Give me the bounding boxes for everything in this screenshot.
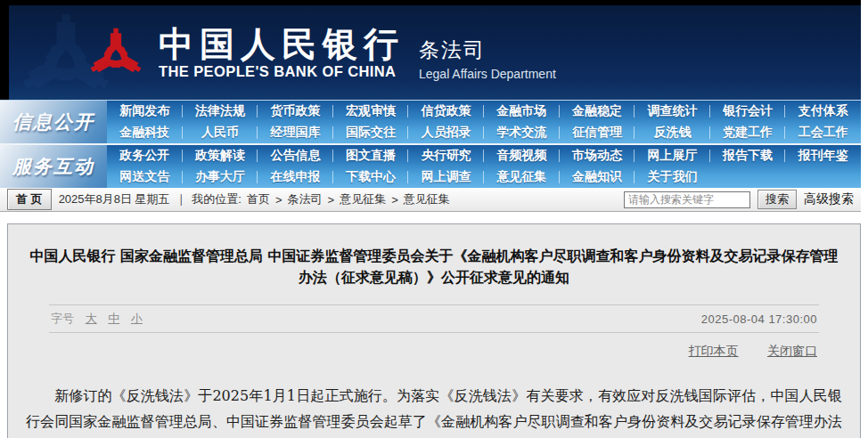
department-block: 条法司 Legal Affairs Department xyxy=(419,24,556,81)
nav-grid-services: 政务公开 政策解读 公告信息 图文直播 央行研究 音频视频 市场动态 网上展厅 … xyxy=(107,145,861,188)
nav-item-survey-statistics[interactable]: 调查统计 xyxy=(635,101,710,122)
nav-item-download-center[interactable]: 下载中心 xyxy=(333,166,409,188)
nav-item-fintech[interactable]: 金融科技 xyxy=(107,122,183,143)
print-page-link[interactable]: 打印本页 xyxy=(689,344,739,358)
crumb-separator: > xyxy=(391,193,398,207)
nav-item-report-download[interactable]: 报告下载 xyxy=(710,145,786,166)
nav-item-market-trends[interactable]: 市场动态 xyxy=(560,145,635,166)
article-paragraph: 新修订的《反洗钱法》于2025年1月1日起正式施行。为落实《反洗钱法》有关要求，… xyxy=(26,383,842,438)
content-gap xyxy=(0,212,861,223)
nav-item-announcements[interactable]: 公告信息 xyxy=(258,145,333,166)
home-button[interactable]: 首 页 xyxy=(7,189,52,210)
nav-item-treasury[interactable]: 经理国库 xyxy=(258,122,333,143)
search-button[interactable]: 搜索 xyxy=(757,190,797,209)
nav-item-party-building[interactable]: 党建工作 xyxy=(710,122,786,143)
font-size-selector: 字号 大 中 小 xyxy=(51,311,143,327)
nav-item-credit-reporting[interactable]: 征信管理 xyxy=(560,122,635,143)
breadcrumb-link-department[interactable]: 条法司 xyxy=(288,191,323,207)
nav-item-empty xyxy=(710,166,786,188)
breadcrumb-link-current[interactable]: 意见征集 xyxy=(404,191,450,207)
nav-item-bank-accounting[interactable]: 银行会计 xyxy=(710,101,786,122)
nav-item-periodicals[interactable]: 报刊年鉴 xyxy=(785,145,861,166)
nav-item-renminbi[interactable]: 人民币 xyxy=(183,122,258,143)
breadcrumb-link-home[interactable]: 首页 xyxy=(247,191,270,207)
nav-item-empty xyxy=(785,166,861,188)
nav-item-monetary-policy[interactable]: 货币政策 xyxy=(258,101,333,122)
crumb-separator: > xyxy=(275,193,283,207)
nav-item-financial-markets[interactable]: 金融市场 xyxy=(484,101,560,122)
pboc-logo-icon xyxy=(86,20,146,85)
department-name-en: Legal Affairs Department xyxy=(419,67,556,81)
nav-item-audio-video[interactable]: 音频视频 xyxy=(484,145,560,166)
breadcrumb-link-section[interactable]: 意见征集 xyxy=(340,191,386,207)
nav-item-policy-interpretation[interactable]: 政策解读 xyxy=(183,145,258,166)
nav-item-online-notices[interactable]: 网送文告 xyxy=(107,166,183,188)
close-window-link[interactable]: 关闭窗口 xyxy=(767,344,817,358)
nav-item-macro-prudential[interactable]: 宏观审慎 xyxy=(333,101,409,122)
nav-item-gov-affairs[interactable]: 政务公开 xyxy=(107,145,183,166)
nav-item-financial-knowledge[interactable]: 金融知识 xyxy=(560,166,635,188)
font-size-small-link[interactable]: 小 xyxy=(131,312,143,325)
search-input[interactable] xyxy=(624,191,750,208)
nav-category-info-disclosure[interactable]: 信息公开 xyxy=(0,101,107,143)
nav-item-academic-exchange[interactable]: 学术交流 xyxy=(484,122,560,143)
publish-timestamp: 2025-08-04 17:30:00 xyxy=(701,312,817,326)
department-name-cn: 条法司 xyxy=(419,36,556,64)
article-title: 中国人民银行 国家金融监督管理总局 中国证券监督管理委员会关于《金融机构客户尽职… xyxy=(8,224,860,297)
nav-item-news[interactable]: 新闻发布 xyxy=(107,101,183,122)
nav-item-online-filing[interactable]: 在线申报 xyxy=(258,166,333,188)
font-size-large-link[interactable]: 大 xyxy=(86,312,97,325)
main-nav: 信息公开 新闻发布 法律法规 货币政策 宏观审慎 信贷政策 金融市场 金融稳定 … xyxy=(0,100,861,188)
search-area: 搜索 高级搜索 xyxy=(624,190,854,209)
nav-item-international[interactable]: 国际交往 xyxy=(333,122,409,143)
divider-glyph: ｜ xyxy=(176,191,187,207)
bank-name-en: THE PEOPLE'S BANK OF CHINA xyxy=(159,63,405,80)
crumb-separator: > xyxy=(328,193,335,207)
nav-item-about-us[interactable]: 关于我们 xyxy=(635,166,710,188)
font-size-medium-link[interactable]: 中 xyxy=(108,312,119,325)
meta-row-actions: 打印本页 关闭窗口 xyxy=(49,333,819,360)
nav-item-anti-money-laundering[interactable]: 反洗钱 xyxy=(635,122,710,143)
article-container: 中国人民银行 国家金融监督管理总局 中国证券监督管理委员会关于《金融机构客户尽职… xyxy=(7,223,861,438)
nav-section-services: 服务互动 政务公开 政策解读 公告信息 图文直播 央行研究 音频视频 市场动态 … xyxy=(0,145,861,188)
nav-item-laws[interactable]: 法律法规 xyxy=(183,101,258,122)
nav-item-labor-union[interactable]: 工会工作 xyxy=(785,122,861,143)
nav-item-credit-policy[interactable]: 信贷政策 xyxy=(408,101,484,122)
location-label: 我的位置: xyxy=(192,191,242,207)
breadcrumb-bar: 首 页 2025年8月8日 星期五 ｜ 我的位置: 首页 > 条法司 > 意见征… xyxy=(0,188,861,212)
date-text: 2025年8月8日 星期五 xyxy=(59,191,170,207)
nav-item-online-survey[interactable]: 网上调查 xyxy=(408,166,484,188)
nav-item-payment-system[interactable]: 支付体系 xyxy=(785,101,861,122)
article-meta: 字号 大 中 小 2025-08-04 17:30:00 打印本页 关闭窗口 xyxy=(49,304,819,360)
nav-item-research[interactable]: 央行研究 xyxy=(408,145,484,166)
advanced-search-link[interactable]: 高级搜索 xyxy=(804,191,854,207)
page: 中国人民银行 THE PEOPLE'S BANK OF CHINA 条法司 Le… xyxy=(0,0,861,438)
bank-title-block: 中国人民银行 THE PEOPLE'S BANK OF CHINA xyxy=(159,26,405,80)
nav-grid-info: 新闻发布 法律法规 货币政策 宏观审慎 信贷政策 金融市场 金融稳定 调查统计 … xyxy=(107,101,861,143)
nav-item-recruitment[interactable]: 人员招录 xyxy=(408,122,484,143)
meta-row-top: 字号 大 中 小 2025-08-04 17:30:00 xyxy=(49,304,819,333)
nav-category-services[interactable]: 服务互动 xyxy=(0,145,107,188)
nav-item-live-broadcast[interactable]: 图文直播 xyxy=(333,145,409,166)
bank-name-cn: 中国人民银行 xyxy=(159,26,405,61)
nav-item-online-exhibition[interactable]: 网上展厅 xyxy=(635,145,710,166)
nav-item-financial-stability[interactable]: 金融稳定 xyxy=(560,101,635,122)
breadcrumb: 2025年8月8日 星期五 ｜ 我的位置: 首页 > 条法司 > 意见征集 > … xyxy=(59,191,450,207)
nav-section-info-disclosure: 信息公开 新闻发布 法律法规 货币政策 宏观审慎 信贷政策 金融市场 金融稳定 … xyxy=(0,101,861,143)
header-banner: 中国人民银行 THE PEOPLE'S BANK OF CHINA 条法司 Le… xyxy=(0,5,861,100)
nav-item-service-hall[interactable]: 办事大厅 xyxy=(183,166,258,188)
font-size-label: 字号 xyxy=(51,312,74,325)
nav-item-comment-solicitation[interactable]: 意见征集 xyxy=(484,166,560,188)
